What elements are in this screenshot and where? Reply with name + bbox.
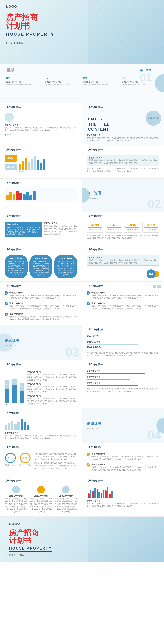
section3-divider: 第三阶段 03 请输入文字内容 (0, 325, 82, 360)
slide-title-7: 房产招商计划书 (5, 363, 21, 366)
section4-divider: 第四阶段 04 请输入文字内容 (82, 408, 164, 443)
tower-chart: A A B B C C 请输入文字内容 请输入文字内容请输入文字内容请输入文字内… (5, 370, 77, 405)
last-slide: LOGO 房产招商 计划书 HOUSE PROPERTY 汇报人：代用名 (0, 516, 164, 562)
slide-pair-3: 房产招商计划书 第二阶段 02 请输入文字内容 (0, 178, 164, 212)
vert-bar-chart-s4 (5, 418, 77, 430)
pct-boxes: 45% 25% (5, 155, 17, 173)
cover-reporter: 汇报人：代用名 (6, 41, 54, 44)
slide-left-8: 房产招商计划书 64% 请输入文字内容 64% 请输入文字内容 请输入文字内容请… (0, 443, 82, 476)
h-bar-list: 请输入文字内容 请输入文字内容 请输入文字内容 请输入文字内容请输入文字内容请输… (87, 370, 159, 393)
list-item-6-3: 3 请输入文字内容 请输入文字内容请输入文字内容请输入文字内容请输入文字内容请输… (5, 313, 77, 321)
slide-title-s3r: 房产招商计划书 (87, 328, 103, 331)
slide-pair-6: 房产招商计划书 1 请输入文字内容 请输入文字内容请输入文字内容请输入文字内容请… (0, 282, 164, 325)
slide-title-r2: 房产招商计划书 (87, 148, 103, 151)
slide-right-7: 房产招商计划书 请输入文字内容 请输入文字内容 请输入文字内容 请输入文字内容请… (82, 360, 164, 408)
slide-title-6: 房产招商计划书 (5, 285, 21, 288)
footer-reporter: 汇报人：代用名 (9, 554, 52, 557)
pill-3: 请输入文字内容 请输入文字内容请输入文字内容请输入文字内容请输入文字内容请输入文… (54, 255, 77, 278)
slide-title-4: 房产招商计划书 (5, 215, 21, 218)
slide-title-9: 房产招商计划书 (5, 480, 21, 482)
slide-left-2: 房产招商计划书 45% 25% (0, 145, 82, 178)
footer-title-cn: 房产招商 计划书 (9, 529, 52, 545)
circle-label-1: 请输入文字内容 (146, 110, 161, 126)
toc-item-2: 02 请修改文字文字内容 PLEASE CHANGE THE TEXT CONT… (45, 76, 81, 85)
slide-left-3: 房产招商计划书 (0, 178, 82, 212)
circle-deco-1 (5, 113, 14, 122)
slide-left-9: 房产招商计划书 请输入文字内容 请输入文字内容请输入文字内容请输入文字内容请输入… (0, 476, 82, 517)
slide-right-4: 房产招商计划书 20NN 请输入文字内容 20NN 请输入文字内容 20NN 请… (82, 212, 164, 245)
dots-row-1 (5, 134, 77, 136)
slide-pair-4: 房产招商计划书 请输入文字内容 请输入文字内容请输入文字内容请输入文字内容请输入… (0, 212, 164, 245)
slide-title-r7: 房产招商计划书 (87, 363, 103, 366)
slide-r1-text: 请输入文字内容 请输入文字内容请输入文字内容请输入文字内容请输入文字内容请输入文… (87, 134, 159, 142)
stat-card-4: 20NN 请输入文字内容 (142, 222, 159, 232)
vert-deco (77, 236, 77, 244)
slide-1-content: 请输入文字内容 请输入文字内容请输入文字内容请输入文字内容请输入文字内容请输入文… (5, 113, 77, 132)
slide-pair-5: 房产招商计划书 请输入文字内容 请输入文字内容请输入文字内容请输入文字内容请输入… (0, 245, 164, 282)
slide-left-1: 房产招商计划书 请输入文字内容 请输入文字内容请输入文字内容请输入文字内容请输入… (0, 103, 82, 145)
toc-grid: 01 请修改文字文字内容 PLEASE CHANGE THE TEXT CONT… (6, 76, 158, 85)
deco-circles-6 (153, 285, 161, 288)
toc-item-1: 01 请修改文字文字内容 PLEASE CHANGE THE TEXT CONT… (6, 76, 42, 85)
chart-legend: 请输入文字内容 (19, 171, 77, 173)
bar-chart-2 (5, 188, 77, 202)
slide-title-s4l: 房产招商计划书 (5, 412, 21, 414)
slide-title-r5: 房产招商计划书 (87, 248, 103, 251)
text-box-5: 请输入文字内容 请输入文字内容请输入文字内容请输入文字内容请输入文字内容请输入文… (87, 255, 159, 266)
tower-c: C C (20, 383, 24, 405)
toc-item-3: 03 请修改文字文字内容 PLEASE CHANGE THE TEXT CONT… (83, 76, 120, 85)
last-slide-content: LOGO 房产招商 计划书 HOUSE PROPERTY 汇报人：代用名 (9, 522, 52, 557)
cover-content: LOGO 房产招商 计划书 HOUSE PROPERTY 汇报人：代用名 (6, 4, 54, 44)
slide-left-5: 房产招商计划书 请输入文字内容 请输入文字内容请输入文字内容请输入文字内容请输入… (0, 245, 82, 282)
last-slide-bg-svg (88, 516, 164, 562)
pill-columns: 请输入文字内容 请输入文字内容请输入文字内容请输入文字内容请输入文字内容请输入文… (5, 255, 77, 278)
tower-b: B B (12, 378, 17, 405)
grouped-bar-chart (87, 486, 159, 498)
slide-pair-8: 房产招商计划书 64% 请输入文字内容 64% 请输入文字内容 请输入文字内容请… (0, 443, 164, 476)
cover-title-en: HOUSE PROPERTY (6, 32, 54, 38)
slide-left-s4: 房产招商计划书 请输入文字内容 请输入文字内容请输入文字内容请输入文字内容请输入… (0, 408, 82, 443)
stat-card-3: 20NN 请输入文字内容 (124, 222, 141, 232)
stat-card-2: 20NN 请输入文字内容 (105, 222, 122, 232)
text-columns-4: 请输入文字内容 请输入文字内容请输入文字内容请输入文字内容请输入文字内容请输入文… (5, 222, 77, 237)
slide-title-2: 房产招商计划书 (5, 148, 21, 151)
pct-section-8: 64% 请输入文字内容 64% 请输入文字内容 请输入文字内容请输入文字内容请输… (5, 452, 77, 470)
card-row-9: 请输入文字内容 请输入文字内容请输入文字内容请输入文字内容请输入文字内容请输入文… (5, 486, 77, 514)
cover-title-cn: 房产招商 计划书 (6, 13, 54, 30)
slide-title-r9: 房产招商计划书 (87, 480, 103, 482)
section1-label: 第一阶段 01 (140, 68, 152, 83)
stat-cards: 20NN 请输入文字内容 20NN 请输入文字内容 20NN 请输入文字内容 2… (87, 222, 159, 232)
slide-title-r1: 房产招商计划书 (87, 106, 103, 109)
toc-title: 目录 (6, 68, 158, 73)
slide-right-1: 房产招商计划书 请输入文字内容 ENTERTHE TITLECONTENT 请输… (82, 103, 164, 145)
section2-divider: 第二阶段 02 请输入文字内容 (82, 178, 164, 212)
slide-pair-7: 房产招商计划书 A A B B C C 请输入文字内容 (0, 360, 164, 408)
slide-right-6: 房产招商计划书 1 请输入文字内容 请输入文字内容请输入文字内容请输入文字内容请… (82, 282, 164, 325)
cover-bg-svg (88, 0, 164, 64)
slide-right-2: 房产招商计划书 请输入文字内容 请输入文字内容请输入文字内容请输入文字内容请输入… (82, 145, 164, 178)
footer-logo: LOGO (9, 522, 52, 526)
slide-pair-2: 房产招商计划书 45% 25% (0, 145, 164, 178)
toc-slide: 目录 01 请修改文字文字内容 PLEASE CHANGE THE TEXT C… (0, 64, 164, 103)
slide-title-5: 房产招商计划书 (5, 248, 21, 251)
stat-card-1: 20NN 请输入文字内容 (87, 222, 104, 232)
list-item-6-2: 2 请输入文字内容 请输入文字内容请输入文字内容请输入文字内容请输入文字内容请输… (5, 302, 77, 310)
slide-left-4: 房产招商计划书 请输入文字内容 请输入文字内容请输入文字内容请输入文字内容请输入… (0, 212, 82, 245)
tower-a: A A (5, 380, 9, 405)
slide-right-9: 房产招商计划书 (82, 476, 164, 517)
slide-pair-1: 房产招商计划书 请输入文字内容 请输入文字内容请输入文字内容请输入文字内容请输入… (0, 103, 164, 145)
slide-title-r6: 房产招商计划书 (87, 285, 103, 288)
slide-left-6: 房产招商计划书 1 请输入文字内容 请输入文字内容请输入文字内容请输入文字内容请… (0, 282, 82, 325)
slide-right-8: 房产招商计划书 1 请输入文字内容 请输入文字内容请输入文字内容请输入文字内容请… (82, 443, 164, 476)
slide-title-8: 房产招商计划书 (5, 446, 21, 449)
pill-1: 请输入文字内容 请输入文字内容请输入文字内容请输入文字内容请输入文字内容请输入文… (5, 255, 28, 278)
section4-row: 房产招商计划书 请输入文字内容 请输入文字内容请输入文字内容请输入文字内容请输入… (0, 408, 164, 443)
slide-title-r8: 房产招商计划书 (87, 446, 103, 449)
slide-left-7: 房产招商计划书 A A B B C C 请输入文字内容 (0, 360, 82, 408)
cover-slide: LOGO 房产招商 计划书 HOUSE PROPERTY 汇报人：代用名 (0, 0, 164, 64)
slide-title-3: 房产招商计划书 (5, 182, 21, 184)
slide-right-section3: 房产招商计划书 请输入文字内容 请输入文字内容 请输入文字内容 请输入文字内容请… (82, 325, 164, 360)
list-item-6-1: 1 请输入文字内容 请输入文字内容请输入文字内容请输入文字内容请输入文字内容请输… (5, 291, 77, 299)
slide-pair-9: 房产招商计划书 请输入文字内容 请输入文字内容请输入文字内容请输入文字内容请输入… (0, 476, 164, 517)
footer-title-en: HOUSE PROPERTY (9, 546, 52, 552)
